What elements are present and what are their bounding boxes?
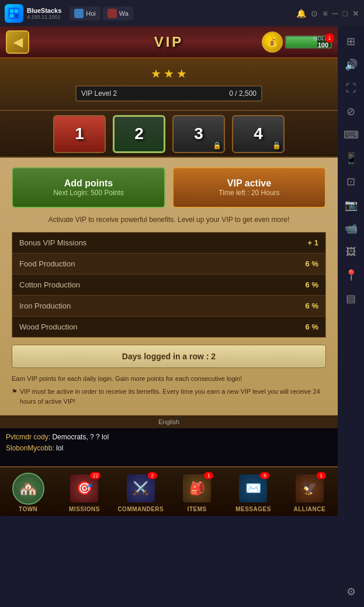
info-text-2: ⚑ VIP must be active in order to receive… [12, 387, 326, 406]
right-sidebar: ⊞ 🔊 ⛶ ⊘ ⌨ 📱 ⊡ 📷 📹 🖼 📍 ▤ ⚙ [338, 26, 364, 607]
back-button[interactable]: ◀ [6, 30, 29, 54]
vip-tab-4[interactable]: 4 🔒 [232, 115, 285, 153]
benefit-row-4: Wood Production 6 % [12, 317, 325, 337]
benefits-table: Bonus VIP Missions + 1 Food Production 6… [12, 232, 326, 338]
menu-icon[interactable]: ≡ [323, 9, 327, 18]
svg-rect-0 [8, 8, 20, 19]
benefit-row-1: Food Production 6 % [12, 254, 325, 275]
missions-icon-area: 🎯 22 [67, 471, 102, 506]
alliance-badge: 1 [317, 472, 326, 479]
gold-display: 💰 GOLD 100 1 [262, 32, 332, 53]
search-icon[interactable]: ⊙ [311, 9, 318, 18]
vip-tab-3[interactable]: 3 🔒 [172, 115, 225, 153]
nav-missions[interactable]: 🎯 22 MISSIONS [56, 467, 112, 516]
commanders-icon-area: ⚔️ 2 [123, 471, 158, 506]
bluestacks-logo [5, 4, 23, 23]
benefit-row-2: Cotton Production 6 % [12, 275, 325, 296]
bs-version: 4.150.11.1001 [27, 14, 61, 20]
missions-badge: 22 [90, 472, 100, 479]
svg-rect-2 [15, 9, 18, 13]
items-badge: 1 [204, 472, 213, 479]
minimize-icon[interactable]: ─ [332, 9, 338, 18]
chat-line-0: Pvtcmdr cody: Democrats, ? ? lol [6, 432, 332, 443]
nav-commanders[interactable]: ⚔️ 2 COMMANDERS [113, 467, 169, 516]
bs-tab-war[interactable]: Wa [103, 6, 133, 20]
chat-line-1: SlobonMycobb: lol [6, 443, 332, 454]
vip-tab-1[interactable]: 1 [53, 115, 106, 153]
chat-area: Pvtcmdr cody: Democrats, ? ? lol SlobonM… [0, 428, 338, 466]
bs-window-controls: 🔔 ⊙ ≡ ─ □ ✕ [296, 9, 359, 18]
vip-header: ◀ VIP 💰 GOLD 100 1 [0, 26, 338, 58]
svg-rect-1 [10, 9, 13, 13]
game-area: ◀ VIP 💰 GOLD 100 1 ★ ★ ★ [0, 26, 338, 607]
description-text: Activate VIP to receive powerful benefit… [12, 215, 326, 225]
info-text-1: Earn VIP points for each daily login. Ga… [12, 374, 326, 384]
sidebar-expand-icon[interactable]: ⊞ [341, 31, 362, 52]
benefit-row-0: Bonus VIP Missions + 1 [12, 233, 325, 254]
vip-stars: ★ ★ ★ [151, 67, 187, 81]
nav-town[interactable]: 🏘️ TOWN [0, 467, 56, 516]
sidebar-sound-icon[interactable]: 🔊 [341, 54, 362, 75]
nav-messages[interactable]: ✉️ 6 MESSAGES [225, 467, 281, 516]
nav-commanders-label: COMMANDERS [117, 506, 164, 512]
lock-icon-3: 🔒 [213, 141, 221, 150]
sidebar-camera-icon[interactable]: 📷 [341, 195, 362, 216]
bs-appname: BlueStacks [27, 7, 61, 14]
days-logged-text: Days logged in a row : 2 [122, 352, 216, 361]
sidebar-location-icon[interactable]: 📍 [341, 265, 362, 286]
maximize-icon[interactable]: □ [343, 9, 348, 18]
gold-badge: 1 [325, 33, 334, 43]
messages-icon-area: ✉️ 6 [235, 471, 271, 506]
vip-active-button[interactable]: VIP active Time left : 20 Hours [172, 167, 326, 208]
sidebar-fullscreen-icon[interactable]: ⛶ [341, 78, 362, 99]
bluestacks-topbar: BlueStacks 4.150.11.1001 Hoi Wa 🔔 ⊙ ≡ ─ … [0, 0, 364, 26]
benefit-row-3: Iron Production 6 % [12, 296, 325, 317]
messages-badge: 6 [260, 472, 269, 479]
nav-alliance[interactable]: 🦅 1 ALLIANCE [282, 467, 338, 516]
nav-alliance-label: ALLIANCE [294, 506, 326, 512]
language-bar[interactable]: English [0, 415, 338, 428]
alliance-icon-area: 🦅 1 [292, 471, 327, 506]
nav-items-label: ITEMS [188, 506, 207, 512]
commanders-badge: 2 [148, 472, 157, 479]
sidebar-settings-icon[interactable]: ⚙ [341, 581, 362, 602]
language-label: English [158, 418, 179, 425]
vip-progress-text: VIP Level 2 0 / 2,500 [77, 86, 261, 100]
nav-missions-label: MISSIONS [69, 506, 100, 512]
nav-items[interactable]: 🎒 1 ITEMS [169, 467, 225, 516]
notification-icon[interactable]: 🔔 [296, 9, 306, 18]
sidebar-image-icon[interactable]: 🖼 [341, 241, 362, 262]
vip-tabs-section: 1 2 3 🔒 4 🔒 [0, 111, 338, 158]
sidebar-phone-icon[interactable]: 📱 [341, 148, 362, 169]
nav-town-label: TOWN [19, 506, 37, 512]
sidebar-more1-icon[interactable]: ⊡ [341, 171, 362, 192]
vip-progress-bar: VIP Level 2 0 / 2,500 [75, 85, 262, 102]
svg-rect-4 [15, 14, 18, 18]
add-points-button[interactable]: Add points Next Login: 500 Points [12, 167, 165, 208]
vip-title: VIP [154, 34, 184, 50]
items-icon-area: 🎒 1 [179, 471, 214, 506]
sidebar-keyboard-icon[interactable]: ⌨ [341, 124, 362, 145]
gold-coin-icon: 💰 [262, 32, 283, 53]
action-buttons: Add points Next Login: 500 Points VIP ac… [12, 167, 326, 208]
vip-tab-2[interactable]: 2 [113, 115, 165, 153]
main-content: Add points Next Login: 500 Points VIP ac… [0, 158, 338, 415]
sidebar-more2-icon[interactable]: ▤ [341, 288, 362, 309]
vip-level-section: ★ ★ ★ VIP Level 2 0 / 2,500 [0, 58, 338, 111]
bottom-nav: 🏘️ TOWN 🎯 22 MISSIONS ⚔️ 2 COMMANDERS 🎒 … [0, 466, 338, 516]
town-icon-area: 🏘️ [11, 471, 46, 506]
close-icon[interactable]: ✕ [352, 9, 359, 18]
bs-tabs: Hoi Wa [70, 6, 133, 20]
nav-messages-label: MESSAGES [235, 506, 271, 512]
gold-label: GOLD 100 [286, 37, 331, 47]
days-logged-row: Days logged in a row : 2 [12, 345, 326, 368]
lock-icon-4: 🔒 [272, 141, 281, 150]
town-icon: 🏘️ [12, 473, 44, 505]
svg-rect-3 [10, 14, 13, 18]
sidebar-slash-icon[interactable]: ⊘ [341, 101, 362, 122]
bs-tab-home[interactable]: Hoi [70, 6, 100, 20]
sidebar-video-icon[interactable]: 📹 [341, 218, 362, 239]
